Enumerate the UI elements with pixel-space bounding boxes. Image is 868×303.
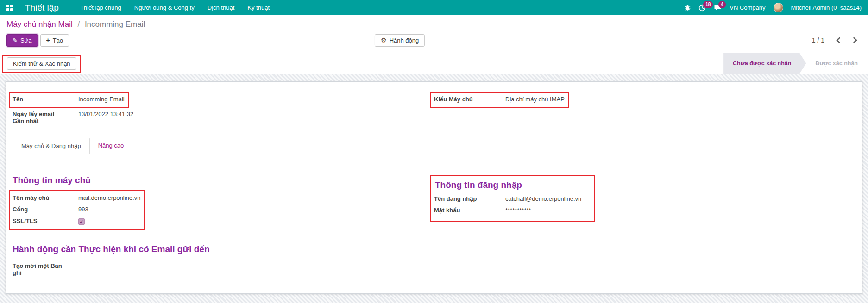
debug-icon[interactable]: [685, 4, 691, 11]
messages-badge: 4: [718, 1, 726, 8]
field-create-record-value: [72, 261, 434, 278]
field-password-label: Mật khẩu: [434, 205, 499, 217]
activities-icon[interactable]: 18: [698, 4, 706, 12]
field-ssl-tls-label: SSL/TLS: [13, 216, 72, 228]
field-password-value: ***********: [499, 205, 590, 217]
edit-button[interactable]: ✎ Sửa: [6, 34, 38, 47]
field-last-fetch-label: Ngày lấy email Gần nhất: [13, 109, 72, 126]
form-sheet: Tên Incomming Email Ngày lấy email Gần n…: [6, 81, 862, 294]
apps-menu-icon[interactable]: [6, 5, 13, 11]
form-view-background: Tên Incomming Email Ngày lấy email Gần n…: [0, 74, 868, 303]
company-switcher[interactable]: VN Company: [730, 4, 765, 11]
messages-icon[interactable]: 4: [714, 4, 722, 11]
field-create-record: Tạo mới một Bản ghi: [13, 261, 434, 278]
server-info-title: Thông tin máy chủ: [13, 175, 434, 186]
status-step-confirmed[interactable]: Được xác nhận: [806, 53, 868, 74]
activities-badge: 18: [703, 1, 713, 8]
top-field-groups: Tên Incomming Email Ngày lấy email Gần n…: [13, 92, 855, 126]
field-ssl-tls-value: ✔: [72, 216, 140, 228]
odoo-settings-window: Thiết lập Thiết lập chung Người dùng & C…: [0, 0, 868, 303]
plus-icon: +: [46, 37, 50, 43]
field-name: Tên Incomming Email: [13, 94, 125, 106]
field-port: Cổng 993: [13, 204, 140, 216]
field-server-type: Kiểu Máy chủ Địa chỉ máy chủ IMAP: [434, 94, 565, 106]
top-menu: Thiết lập chung Người dùng & Công ty Dịc…: [80, 4, 685, 11]
action-menu-button[interactable]: ⚙ Hành động: [375, 34, 425, 47]
app-title[interactable]: Thiết lập: [25, 3, 59, 13]
user-avatar[interactable]: [774, 3, 783, 12]
top-navbar: Thiết lập Thiết lập chung Người dùng & C…: [0, 0, 868, 15]
menu-nguoi-dung-cong-ty[interactable]: Người dùng & Công ty: [134, 4, 195, 11]
field-last-fetch-date: Ngày lấy email Gần nhất 13/01/2022 13:41…: [13, 109, 434, 126]
status-steps: Chưa được xác nhận Được xác nhận: [723, 53, 868, 74]
annotation-box-server-type: Kiểu Máy chủ Địa chỉ máy chủ IMAP: [430, 92, 569, 108]
field-name-value: Incomming Email: [72, 94, 125, 106]
create-button[interactable]: + Tạo: [40, 34, 69, 47]
menu-dich-thuat[interactable]: Dịch thuật: [208, 4, 235, 11]
control-panel: Máy chủ nhận Mail / Incomming Email ✎ Sử…: [0, 15, 868, 53]
menu-ky-thuat[interactable]: Kỹ thuật: [247, 4, 270, 11]
annotation-box-login-info: Thông tin đăng nhập Tên đăng nhập catcha…: [430, 175, 595, 222]
field-username: Tên đăng nhập catchall@demo.erponline.vn: [434, 194, 590, 205]
field-port-label: Cổng: [13, 204, 72, 216]
field-username-value: catchall@demo.erponline.vn: [499, 194, 590, 205]
control-panel-buttons-row: ✎ Sửa + Tạo ⚙ Hành động 1 / 1: [6, 33, 862, 47]
field-server-name-value: mail.demo.erponline.vn: [72, 193, 140, 204]
annotation-box-name-field: Tên Incomming Email: [9, 92, 129, 108]
ssl-checkbox[interactable]: ✔: [78, 218, 85, 225]
field-last-fetch-value: 13/01/2022 13:41:32: [72, 109, 434, 126]
field-ssl-tls: SSL/TLS ✔: [13, 216, 140, 228]
status-step-not-confirmed[interactable]: Chưa được xác nhận: [723, 53, 806, 74]
field-server-name-label: Tên máy chủ: [13, 193, 72, 204]
tab-advanced[interactable]: Nâng cao: [90, 138, 132, 154]
pager-counter: 1 / 1: [812, 37, 824, 44]
field-server-type-label: Kiểu Máy chủ: [434, 94, 499, 106]
form-statusbar: Kiểm thử & Xác nhận Chưa được xác nhận Đ…: [0, 53, 868, 74]
gear-icon: ⚙: [381, 37, 387, 43]
user-menu[interactable]: Mitchell Admin (0_saas14): [791, 4, 862, 11]
incoming-actions-title: Hành động cần Thực hiện khi có Email gửi…: [13, 244, 855, 254]
pencil-icon: ✎: [13, 37, 18, 43]
pager-next-icon[interactable]: [853, 37, 858, 43]
field-create-record-label: Tạo mới một Bản ghi: [13, 261, 72, 278]
field-name-label: Tên: [13, 94, 72, 106]
test-confirm-button[interactable]: Kiểm thử & Xác nhận: [7, 57, 76, 70]
breadcrumb: Máy chủ nhận Mail / Incomming Email: [6, 20, 862, 29]
tab-content-sections: Thông tin máy chủ Tên máy chủ mail.demo.…: [13, 175, 855, 230]
tab-server-login[interactable]: Máy chủ & Đăng nhập: [13, 138, 90, 154]
notebook-tabs: Máy chủ & Đăng nhập Nâng cao: [13, 138, 855, 154]
field-port-value: 993: [72, 204, 140, 216]
login-info-title: Thông tin đăng nhập: [435, 180, 590, 190]
field-server-type-value: Địa chỉ máy chủ IMAP: [499, 94, 565, 106]
menu-thiet-lap-chung[interactable]: Thiết lập chung: [80, 4, 121, 11]
navbar-right: 18 4 VN Company Mitchell Admin (0_saas14…: [685, 3, 862, 12]
breadcrumb-separator: /: [77, 20, 80, 29]
field-username-label: Tên đăng nhập: [434, 194, 499, 205]
field-password: Mật khẩu ***********: [434, 205, 590, 217]
breadcrumb-parent-link[interactable]: Máy chủ nhận Mail: [6, 20, 73, 29]
annotation-box-server-info: Tên máy chủ mail.demo.erponline.vn Cổng …: [9, 190, 145, 230]
breadcrumb-current: Incomming Email: [85, 20, 145, 29]
pager-previous-icon[interactable]: [836, 37, 841, 43]
field-server-name: Tên máy chủ mail.demo.erponline.vn: [13, 193, 140, 204]
annotation-box-test-button: Kiểm thử & Xác nhận: [2, 55, 81, 73]
